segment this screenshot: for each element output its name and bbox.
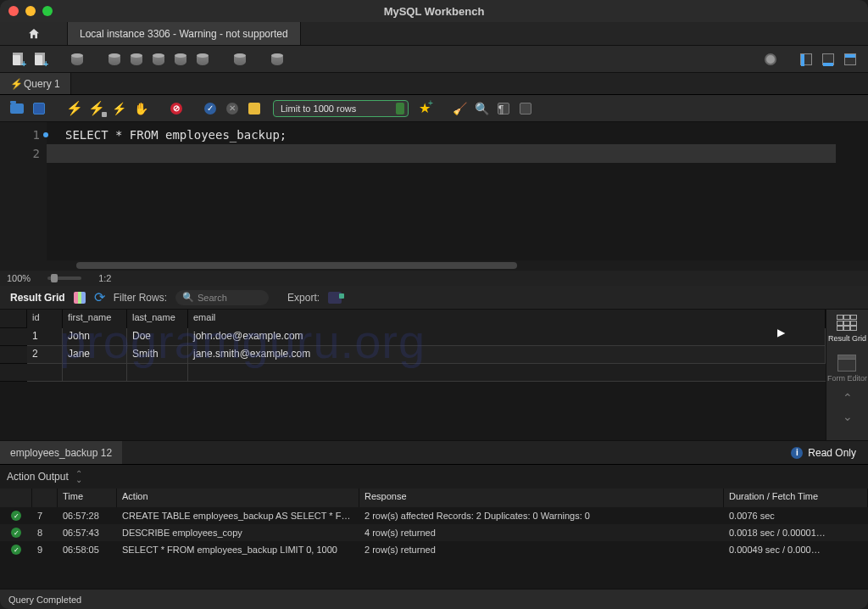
cell-last-name[interactable]: Smith [127, 346, 188, 364]
output-row[interactable]: ✓ 9 06:58:05 SELECT * FROM employees_bac… [0, 541, 868, 558]
wrap-text-icon[interactable] [517, 100, 534, 117]
side-tab-result-grid[interactable]: Result Grid [828, 315, 866, 343]
editor-h-scrollbar[interactable] [0, 260, 868, 271]
status-ok-icon: ✓ [11, 545, 21, 555]
side-tab-form-editor[interactable]: Form Editor [827, 355, 867, 383]
title-bar: MySQL Workbench [0, 0, 868, 22]
out-duration: 0.0018 sec / 0.00001… [724, 526, 868, 539]
zoom-slider[interactable] [47, 277, 81, 280]
scroll-up-icon[interactable]: ⌃ [843, 394, 853, 401]
commit-icon[interactable]: ✓ [202, 100, 219, 117]
home-tab[interactable] [0, 22, 68, 45]
rollback-icon[interactable]: ✕ [224, 100, 241, 117]
connection-tabs: Local instance 3306 - Warning - not supp… [0, 22, 868, 46]
side-tab-label: Form Editor [827, 374, 867, 383]
form-editor-icon [837, 355, 856, 372]
beautify-icon[interactable]: ★ [419, 100, 436, 117]
output-table: Time Action Response Duration / Fetch Ti… [0, 489, 868, 589]
out-action: SELECT * FROM employees_backup LIMIT 0, … [117, 543, 359, 556]
create-function-icon[interactable] [193, 50, 212, 69]
col-header-first-name[interactable]: first_name [63, 310, 127, 328]
table-row[interactable]: 1 John Doe john.doe@example.com [0, 328, 826, 346]
out-response: 2 row(s) returned [359, 543, 724, 556]
cell-id[interactable]: 2 [27, 346, 63, 364]
side-tab-label: Result Grid [828, 334, 866, 343]
cell-first-name[interactable]: John [63, 328, 127, 346]
result-table[interactable]: programguru.org ▶ id first_name last_nam… [0, 310, 826, 440]
output-row[interactable]: ✓ 8 06:57:43 DESCRIBE employees_copy 4 r… [0, 524, 868, 541]
grid-icon [837, 315, 857, 332]
cell-email[interactable]: jane.smith@example.com [188, 346, 826, 364]
filter-rows-input[interactable]: 🔍 Search [175, 290, 269, 305]
output-select[interactable]: Action Output ⌃⌄ [0, 465, 868, 489]
cleanup-icon[interactable]: 🧹 [451, 100, 468, 117]
code-area[interactable]: SELECT * FROM employees_backup; [47, 122, 868, 260]
connection-tab[interactable]: Local instance 3306 - Warning - not supp… [68, 22, 301, 45]
out-time: 06:58:05 [58, 543, 117, 556]
col-action[interactable]: Action [117, 489, 359, 507]
toggle-right-panel-icon[interactable] [841, 50, 860, 69]
cell-last-name[interactable]: Doe [127, 328, 188, 346]
create-procedure-icon[interactable] [171, 50, 190, 69]
col-response[interactable]: Response [359, 489, 724, 507]
status-ok-icon: ✓ [11, 511, 21, 521]
toggle-invisible-icon[interactable]: ¶ [495, 100, 512, 117]
status-bar: Query Completed [0, 589, 868, 609]
create-schema-icon[interactable] [105, 50, 124, 69]
search-placeholder: Search [198, 293, 227, 303]
search-tables-icon[interactable] [231, 50, 249, 69]
expand-arrow-icon[interactable]: ▶ [777, 327, 785, 338]
result-grid-icon[interactable] [74, 292, 86, 304]
col-header-email[interactable]: email [188, 310, 826, 328]
cell-id[interactable]: 1 [27, 328, 63, 346]
query-tab[interactable]: ⚡ Query 1 [0, 73, 71, 94]
reconnect-dbms-icon[interactable] [268, 50, 287, 69]
settings-gear-icon[interactable] [761, 50, 780, 69]
save-file-icon[interactable] [31, 100, 47, 117]
search-icon: 🔍 [182, 292, 194, 303]
toggle-bottom-panel-icon[interactable] [819, 50, 837, 69]
out-time: 06:57:28 [58, 509, 117, 522]
export-label: Export: [287, 292, 320, 304]
out-action: DESCRIBE employees_copy [117, 526, 359, 539]
toggle-autocommit-icon[interactable]: ⊘ [168, 100, 185, 117]
stop-icon[interactable]: ✋ [132, 100, 149, 117]
cell-first-name[interactable]: Jane [63, 346, 127, 364]
out-num: 7 [32, 509, 58, 522]
table-row[interactable]: 2 Jane Smith jane.smith@example.com [0, 346, 826, 364]
refresh-icon[interactable]: ⟳ [94, 289, 105, 305]
create-table-icon[interactable] [127, 50, 146, 69]
execute-current-icon[interactable]: ⚡ [88, 100, 105, 117]
col-time[interactable]: Time [58, 489, 117, 507]
output-row[interactable]: ✓ 7 06:57:28 CREATE TABLE employees_back… [0, 507, 868, 524]
table-header-row: id first_name last_name email [0, 310, 826, 328]
inspector-icon[interactable] [68, 50, 86, 69]
line-number: 1 [0, 126, 40, 144]
find-icon[interactable]: 🔍 [473, 100, 490, 117]
open-sql-file-icon[interactable] [31, 50, 49, 69]
lightning-icon: ⚡ [10, 78, 19, 90]
execute-icon[interactable]: ⚡ [66, 100, 83, 117]
cell-email[interactable]: john.doe@example.com [188, 328, 826, 346]
open-file-icon[interactable] [8, 100, 25, 117]
result-tab-label: employees_backup 12 [10, 447, 112, 459]
toggle-whitespace-icon[interactable] [246, 100, 263, 117]
zoom-ratio: 1:2 [98, 273, 111, 283]
explain-icon[interactable]: ⚡ [110, 100, 127, 117]
result-tab[interactable]: employees_backup 12 [0, 441, 122, 464]
row-limit-select[interactable]: Limit to 1000 rows [273, 100, 409, 117]
col-duration[interactable]: Duration / Fetch Time [724, 489, 868, 507]
out-action: CREATE TABLE employees_backup AS SELECT … [117, 509, 359, 522]
query-tab-strip: ⚡ Query 1 [0, 73, 868, 95]
zoom-percent: 100% [7, 273, 31, 283]
toggle-left-panel-icon[interactable] [797, 50, 815, 69]
col-header-last-name[interactable]: last_name [127, 310, 188, 328]
scroll-down-icon[interactable]: ⌄ [843, 413, 853, 420]
new-sql-file-icon[interactable] [8, 50, 27, 69]
sql-editor[interactable]: 1 2 SELECT * FROM employees_backup; [0, 122, 868, 271]
export-icon[interactable] [328, 292, 342, 304]
col-header-id[interactable]: id [27, 310, 63, 328]
create-view-icon[interactable] [149, 50, 168, 69]
out-duration: 0.0076 sec [724, 509, 868, 522]
out-response: 4 row(s) returned [359, 526, 724, 539]
